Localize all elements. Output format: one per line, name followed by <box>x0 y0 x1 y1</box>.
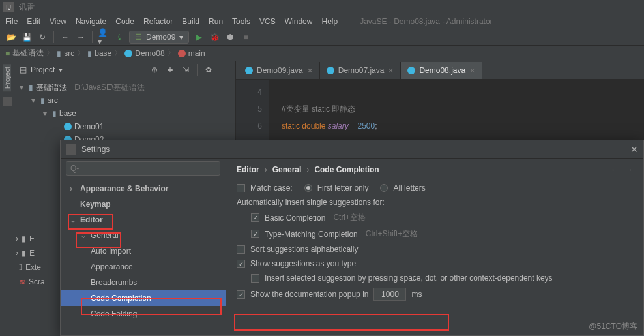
menu-vcs[interactable]: VCS <box>259 17 276 26</box>
tree-root[interactable]: ▾▮基础语法 D:\JavaSE\基础语法 <box>14 81 235 94</box>
gear-icon[interactable]: ✿ <box>203 64 214 76</box>
tree-auto-import[interactable]: Auto Import <box>61 243 226 259</box>
editor-tab[interactable]: Demo07.java✕ <box>320 62 402 79</box>
tree-code-completion[interactable]: Code Completion <box>61 290 226 306</box>
close-icon[interactable]: ✕ <box>469 67 475 75</box>
expand-icon[interactable]: ⇲ <box>180 64 192 76</box>
tool-structure-icon[interactable] <box>3 97 12 106</box>
checkbox[interactable] <box>251 213 259 222</box>
editor-tab[interactable]: Demo09.java✕ <box>239 62 320 79</box>
tree-general[interactable]: ⌄General <box>61 228 226 243</box>
debug-icon[interactable]: 🐞 <box>209 31 220 43</box>
os-title: 讯雷 <box>19 2 35 13</box>
stop-icon[interactable]: ■ <box>240 31 252 43</box>
run-icon[interactable]: ▶ <box>193 31 205 43</box>
tree-keymap[interactable]: Keymap <box>61 196 226 212</box>
tree-appearance2[interactable]: Appearance <box>61 259 226 275</box>
checkbox[interactable] <box>237 290 245 299</box>
menu-tools[interactable]: Tools <box>232 17 250 26</box>
close-icon[interactable]: ✕ <box>307 67 313 75</box>
editor-tab[interactable]: Demo08.java✕ <box>401 62 482 79</box>
radio-first-letter[interactable] <box>304 184 312 192</box>
checkbox[interactable] <box>237 260 245 268</box>
nav-arrows: ← → <box>611 165 633 174</box>
menu-bar: File Edit View Navigate Code Refactor Bu… <box>0 14 644 29</box>
opt-insert-selected: Insert selected suggestion by pressing s… <box>251 273 633 283</box>
search-input[interactable]: Q- <box>66 161 220 176</box>
forward-icon[interactable]: → <box>625 165 633 174</box>
hammer-icon[interactable]: ⤹ <box>113 31 125 43</box>
forward-icon[interactable]: → <box>75 31 87 43</box>
checkbox[interactable] <box>237 184 245 192</box>
tree-appearance[interactable]: ›Appearance & Behavior <box>61 181 226 196</box>
menu-file[interactable]: File <box>5 17 18 26</box>
run-config-selector[interactable]: ☰ Demo09 ▾ <box>129 31 189 44</box>
chevron-down-icon[interactable]: ▾ <box>59 65 63 74</box>
breadcrumb-bar: ■基础语法 〉 ▮src 〉 ▮base 〉 Demo08 〉 main <box>0 46 644 61</box>
opt-type-matching: Type-Matching Completion Ctrl+Shift+空格 <box>251 228 633 239</box>
tree-src[interactable]: ▾▮src <box>14 94 235 107</box>
opt-match-case: Match case: First letter only All letter… <box>237 183 633 192</box>
close-icon[interactable]: ✕ <box>388 67 394 75</box>
crumb-class[interactable]: Demo08 <box>124 49 164 58</box>
project-title: Project <box>31 65 55 74</box>
back-icon[interactable]: ← <box>611 165 619 174</box>
radio-all-letters[interactable] <box>380 184 388 192</box>
editor-tabs: Demo09.java✕ Demo07.java✕ Demo08.java✕ <box>236 61 644 80</box>
tool-icon: ▤ <box>20 65 27 74</box>
opt-show-doc: Show the documentation popup in ms <box>237 288 633 301</box>
crumb-src[interactable]: ▮src <box>57 49 74 58</box>
run-config-label: Demo09 <box>146 33 175 42</box>
project-header: ▤ Project ▾ ⊕ ≑ ⇲ ✿ — <box>14 61 235 78</box>
chevron-down-icon: ▾ <box>179 33 183 42</box>
checkbox[interactable] <box>251 274 259 283</box>
dialog-icon <box>66 144 76 155</box>
crumb-method[interactable]: main <box>178 49 205 58</box>
menu-help[interactable]: Help <box>321 17 338 26</box>
checkbox[interactable] <box>251 230 259 238</box>
main-toolbar: 📂 💾 ↻ ← → 👤▾ ⤹ ☰ Demo09 ▾ ▶ 🐞 ⬢ ■ <box>0 29 644 46</box>
dialog-title: Settings <box>81 145 110 154</box>
hide-icon[interactable]: — <box>218 64 230 76</box>
watermark: @51CTO博客 <box>589 321 637 332</box>
tree-code-folding[interactable]: Code Folding <box>61 306 226 322</box>
back-icon[interactable]: ← <box>59 31 71 43</box>
settings-breadcrumb: Editor› General› Code Completion <box>237 165 633 174</box>
opt-sort: Sort suggestions alphabetically <box>237 245 633 254</box>
tree-breadcrumbs[interactable]: Breadcrumbs <box>61 275 226 290</box>
tree-pkg[interactable]: ▾▮base <box>14 107 235 120</box>
settings-search: Q- <box>61 159 226 178</box>
close-icon[interactable]: ✕ <box>630 144 638 155</box>
open-icon[interactable]: 📂 <box>5 31 17 43</box>
tree-editor[interactable]: ⌄Editor <box>61 212 226 228</box>
separator <box>92 31 93 43</box>
menu-build[interactable]: Build <box>182 17 199 26</box>
menu-window[interactable]: Window <box>285 17 313 26</box>
target-icon[interactable]: ⊕ <box>149 64 160 76</box>
collapse-icon[interactable]: ≑ <box>164 64 176 76</box>
settings-content: ← → Editor› General› Code Completion Mat… <box>226 159 643 335</box>
doc-delay-input[interactable] <box>373 288 406 301</box>
auto-insert-label: Automatically insert single suggestions … <box>237 198 633 207</box>
dialog-titlebar: Settings ✕ <box>61 140 643 159</box>
crumb-root[interactable]: ■基础语法 <box>5 48 44 59</box>
tool-project-tab[interactable]: Project <box>3 64 11 91</box>
menu-code[interactable]: Code <box>115 17 134 26</box>
opt-basic: Basic Completion Ctrl+空格 <box>251 212 633 223</box>
menu-edit[interactable]: Edit <box>27 17 40 26</box>
refresh-icon[interactable]: ↻ <box>37 31 48 43</box>
menu-refactor[interactable]: Refactor <box>143 17 173 26</box>
menu-view[interactable]: View <box>50 17 66 26</box>
menu-navigate[interactable]: Navigate <box>76 17 106 26</box>
crumb-pkg[interactable]: ▮base <box>87 49 111 58</box>
save-icon[interactable]: 💾 <box>21 31 33 43</box>
app-icon: IJ <box>3 2 14 12</box>
window-title: JavaSE - Demo08.java - Administrator <box>360 17 492 26</box>
checkbox[interactable] <box>237 245 245 254</box>
build-icon[interactable]: 👤▾ <box>98 31 110 43</box>
left-gutter: Project <box>0 61 14 336</box>
coverage-icon[interactable]: ⬢ <box>224 31 236 43</box>
tree-file[interactable]: Demo01 <box>14 120 235 133</box>
menu-run[interactable]: Run <box>209 17 223 26</box>
tree-truncated: ›▮E ›▮E 𝕀Exte ≋Scra <box>16 232 45 289</box>
